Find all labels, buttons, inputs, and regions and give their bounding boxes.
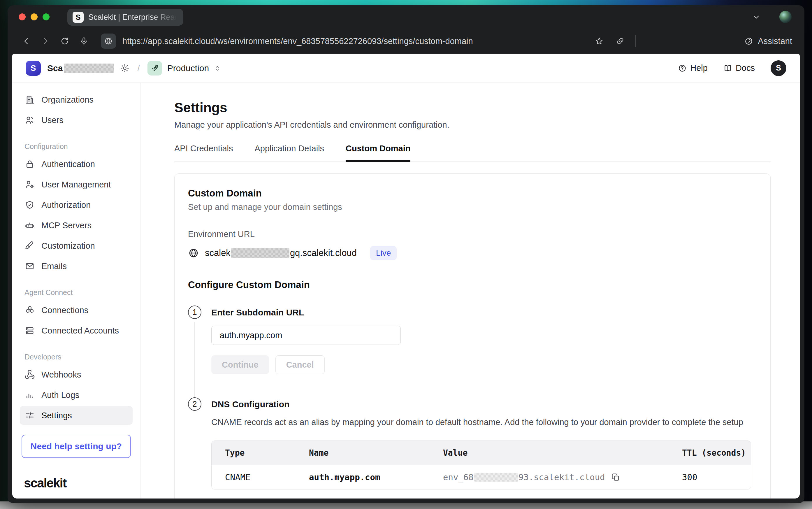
record-type: CNAME [212, 472, 295, 482]
browser-tab-bar: S Scalekit | Enterprise Ready A [8, 5, 804, 29]
sliders-icon [25, 410, 35, 421]
forward-icon[interactable] [39, 35, 52, 47]
sidebar-item-settings[interactable]: Settings [20, 406, 133, 425]
step-1-title: Enter Subdomain URL [211, 306, 757, 317]
sidebar-item-label: MCP Servers [41, 221, 92, 230]
globe-icon [188, 247, 199, 259]
microphone-icon[interactable] [77, 35, 90, 47]
step-1: 1 Enter Subdomain URL Continue Cancel [188, 306, 757, 397]
tab-api-credentials[interactable]: API Credentials [174, 144, 233, 162]
address-bar[interactable]: https://app.scalekit.cloud/ws/environmen… [122, 36, 585, 46]
sidebar-item-organizations[interactable]: Organizations [20, 90, 133, 109]
sidebar: Organizations Users Configuration Authen… [12, 83, 140, 499]
sidebar-item-authorization[interactable]: Authorization [20, 196, 133, 214]
tab-custom-domain[interactable]: Custom Domain [346, 144, 410, 162]
sidebar-item-mcp-servers[interactable]: MCP Servers [20, 216, 133, 235]
user-avatar[interactable]: S [771, 60, 786, 76]
reload-icon[interactable] [58, 35, 71, 47]
bar-chart-icon [25, 390, 35, 400]
continue-button[interactable]: Continue [211, 355, 269, 374]
cancel-button[interactable]: Cancel [275, 355, 325, 374]
workspace-logo[interactable]: S [26, 61, 41, 76]
sidebar-item-connected-accounts[interactable]: Connected Accounts [20, 321, 133, 340]
step-1-number: 1 [188, 306, 201, 319]
minimize-window-button[interactable] [31, 13, 38, 21]
sidebar-item-auth-logs[interactable]: Auth Logs [20, 386, 133, 404]
back-icon[interactable] [20, 35, 33, 47]
subdomain-input[interactable] [211, 326, 401, 345]
sidebar-item-label: Settings [41, 411, 72, 420]
sidebar-item-connections[interactable]: Connections [20, 301, 133, 319]
step-2-number: 2 [188, 397, 201, 411]
paintbrush-icon [25, 240, 35, 251]
workspace-name[interactable]: Sca [47, 63, 63, 73]
environment-url-redacted [231, 248, 289, 258]
environment-url-value: scalekgq.scalekit.cloud [205, 248, 357, 258]
browser-tab[interactable]: S Scalekit | Enterprise Ready A [67, 9, 183, 26]
sidebar-item-users[interactable]: Users [20, 111, 133, 129]
scalekit-wordmark: scalekit [24, 476, 140, 490]
configure-custom-domain-title: Configure Custom Domain [188, 279, 757, 291]
user-gear-icon [25, 179, 35, 190]
assistant-label: Assistant [758, 36, 792, 46]
close-window-button[interactable] [19, 13, 26, 21]
docs-button[interactable]: Docs [723, 63, 755, 73]
browser-toolbar: https://app.scalekit.cloud/ws/environmen… [8, 29, 804, 54]
sidebar-item-user-management[interactable]: User Management [20, 175, 133, 194]
custom-domain-card: Custom Domain Set up and manage your dom… [174, 173, 771, 499]
help-label: Help [690, 63, 708, 73]
sidebar-item-label: Organizations [41, 95, 94, 105]
sidebar-item-emails[interactable]: Emails [20, 257, 133, 275]
sidebar-item-label: Connections [41, 306, 88, 315]
mail-icon [25, 261, 35, 271]
sidebar-item-label: Users [41, 115, 64, 125]
sidebar-item-customization[interactable]: Customization [20, 236, 133, 255]
record-value-redacted [474, 473, 518, 482]
tab-title: Scalekit | Enterprise Ready A [88, 13, 178, 22]
col-type: Type [212, 448, 295, 458]
sidebar-item-label: Authorization [41, 200, 91, 210]
toolbar-divider [635, 35, 636, 47]
site-info-globe-icon[interactable] [101, 34, 116, 49]
robot-icon [25, 220, 35, 231]
workspace-settings-gear-icon[interactable] [120, 63, 130, 73]
step-2-title: DNS Configuration [211, 397, 757, 409]
copy-link-icon[interactable] [614, 35, 627, 47]
tab-search-chevron-down-icon[interactable] [752, 12, 761, 21]
sidebar-item-label: User Management [41, 180, 111, 190]
step-connector-line [195, 322, 195, 397]
assistant-button[interactable]: Assistant [744, 36, 792, 46]
sidebar-item-label: Connected Accounts [41, 326, 119, 336]
tab-application-details[interactable]: Application Details [255, 144, 324, 162]
help-button[interactable]: Help [678, 63, 708, 73]
app-header: S Sca / Production Help Docs S [12, 54, 800, 83]
window-controls [19, 13, 49, 21]
book-icon [723, 64, 732, 73]
step-2: 2 DNS Configuration CNAME records act as… [188, 397, 757, 499]
environment-switcher-chevrons-icon[interactable] [214, 64, 221, 72]
browser-profile-avatar[interactable] [779, 11, 791, 23]
page-subtitle: Manage your application's API credential… [174, 120, 771, 130]
sidebar-section-developers: Developers [25, 353, 133, 361]
need-help-button[interactable]: Need help setting up? [22, 435, 131, 458]
card-subtitle: Set up and manage your domain settings [188, 202, 757, 212]
card-title: Custom Domain [188, 188, 757, 199]
sidebar-section-agent-connect: Agent Connect [25, 288, 133, 297]
webhook-icon [25, 369, 35, 380]
environment-name[interactable]: Production [167, 63, 209, 73]
live-badge: Live [370, 246, 397, 260]
dns-records-table: Type Name Value TTL (seconds) CNAME auth… [211, 440, 751, 489]
cubes-icon [25, 305, 35, 315]
fullscreen-window-button[interactable] [42, 13, 49, 21]
col-name: Name [295, 448, 430, 458]
sidebar-item-label: Customization [41, 241, 95, 251]
app-content: S Sca / Production Help Docs S [12, 54, 800, 499]
copy-icon[interactable] [611, 473, 620, 482]
sidebar-item-webhooks[interactable]: Webhooks [20, 365, 133, 384]
setup-steps: 1 Enter Subdomain URL Continue Cancel [188, 306, 757, 499]
page-title: Settings [174, 100, 771, 115]
sidebar-item-authentication[interactable]: Authentication [20, 155, 133, 173]
environment-url-row: scalekgq.scalekit.cloud Live [188, 246, 757, 260]
sidebar-section-configuration: Configuration [25, 142, 133, 151]
bookmark-star-icon[interactable] [593, 35, 606, 47]
